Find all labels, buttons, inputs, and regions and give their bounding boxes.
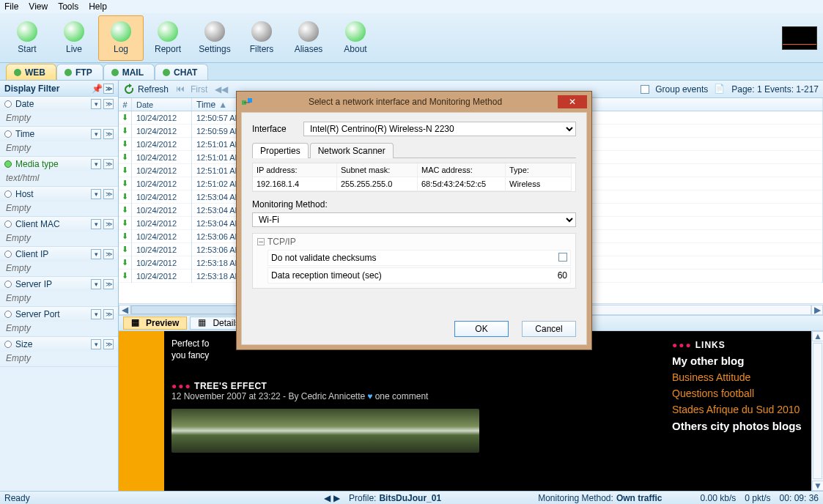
blog-title-2: Others city photos blogs bbox=[672, 420, 813, 432]
web-tab-label: WEB bbox=[25, 67, 45, 78]
properties-grid: IP address: Subnet mask: MAC address: Ty… bbox=[252, 163, 576, 192]
down-arrow-icon: ⬇ bbox=[122, 218, 128, 228]
dialog-titlebar[interactable]: Select a network interface and Monitorin… bbox=[237, 92, 591, 112]
filter-size-menu-icon[interactable]: ▾ bbox=[91, 339, 101, 349]
preview-link[interactable]: Business Attitude bbox=[672, 371, 813, 383]
refresh-label: Refresh bbox=[138, 84, 169, 94]
tab-ftp[interactable]: FTP bbox=[56, 64, 103, 80]
preview-v-scrollbar[interactable]: ▲ ▼ bbox=[811, 331, 823, 491]
mask-header: Subnet mask: bbox=[337, 163, 418, 177]
tab-chat[interactable]: CHAT bbox=[155, 64, 208, 80]
tcp-checksum-checkbox[interactable] bbox=[558, 253, 567, 262]
menu-file[interactable]: File bbox=[4, 1, 18, 12]
menu-help[interactable]: Help bbox=[89, 1, 107, 12]
filter-time-header[interactable]: Time ▾≫ bbox=[0, 127, 118, 141]
close-button[interactable]: ✕ bbox=[558, 95, 587, 108]
ok-button[interactable]: OK bbox=[454, 321, 509, 337]
down-arrow-icon: ⬇ bbox=[122, 126, 128, 136]
mm-select[interactable]: Wi-Fi bbox=[252, 212, 576, 227]
start-button[interactable]: Start bbox=[4, 15, 50, 61]
filter-media-menu-icon[interactable]: ▾ bbox=[91, 159, 101, 169]
filter-time-expand-icon[interactable]: ≫ bbox=[103, 129, 114, 139]
filter-cip-toggle-icon[interactable] bbox=[4, 251, 12, 258]
filter-media-expand-icon[interactable]: ≫ bbox=[103, 159, 114, 169]
group-events-checkbox[interactable] bbox=[641, 85, 649, 94]
preview-link[interactable]: Questions football bbox=[672, 388, 813, 399]
sidebar-collapse-icon[interactable]: ≫ bbox=[103, 84, 114, 94]
filter-size-label: Size bbox=[15, 339, 32, 349]
preview-link[interactable]: Stades Afrique du Sud 2010 bbox=[672, 404, 813, 415]
collapse-icon[interactable]: − bbox=[257, 238, 265, 245]
log-button[interactable]: Log bbox=[98, 15, 144, 61]
lowtab-preview[interactable]: ▦Preview bbox=[123, 316, 187, 330]
filter-cmac-toggle-icon[interactable] bbox=[4, 220, 12, 228]
filter-sip-header[interactable]: Server IP ▾≫ bbox=[0, 277, 118, 292]
filter-host-header[interactable]: Host ▾≫ bbox=[0, 187, 118, 201]
filter-cip-header[interactable]: Client IP ▾≫ bbox=[0, 247, 118, 262]
filter-sip-menu-icon[interactable]: ▾ bbox=[91, 279, 101, 289]
report-button[interactable]: Report bbox=[145, 15, 191, 61]
pin-icon[interactable]: 📌 bbox=[92, 84, 100, 92]
col-num[interactable]: # bbox=[119, 98, 132, 111]
filter-media-header[interactable]: Media type ▾≫ bbox=[0, 157, 118, 171]
refresh-button[interactable]: Refresh bbox=[123, 84, 169, 95]
tab-web[interactable]: WEB bbox=[6, 64, 56, 80]
tcp-fieldset: −TCP/IP Do not validate checksums Data r… bbox=[252, 233, 576, 289]
filter-date-menu-icon[interactable]: ▾ bbox=[91, 99, 101, 109]
about-icon bbox=[345, 21, 366, 42]
tab-network-scanner[interactable]: Network Scanner bbox=[310, 143, 394, 158]
scroll-right-icon[interactable]: ▶ bbox=[811, 305, 823, 315]
filter-time-menu-icon[interactable]: ▾ bbox=[91, 129, 101, 139]
tab-properties[interactable]: Properties bbox=[252, 143, 309, 158]
filter-size-header[interactable]: Size ▾≫ bbox=[0, 337, 118, 352]
filter-sport-expand-icon[interactable]: ≫ bbox=[103, 309, 114, 319]
filter-host-toggle-icon[interactable] bbox=[4, 190, 12, 198]
scroll-up-icon[interactable]: ▲ bbox=[812, 331, 823, 341]
live-button[interactable]: Live bbox=[51, 15, 97, 61]
filter-cmac-menu-icon[interactable]: ▾ bbox=[91, 219, 101, 229]
preview-pane: Perfect foyou fancy ●●● TREE'S EFFECT 12… bbox=[119, 331, 823, 491]
filter-time-label: Time bbox=[15, 129, 34, 139]
next-profile-icon[interactable]: ▶ bbox=[333, 493, 340, 503]
filter-cip-menu-icon[interactable]: ▾ bbox=[91, 249, 101, 259]
tab-mail[interactable]: MAIL bbox=[103, 64, 155, 80]
scroll-left-icon[interactable]: ◀ bbox=[119, 305, 130, 315]
scroll-down-icon[interactable]: ▼ bbox=[812, 481, 823, 491]
down-arrow-icon: ⬇ bbox=[122, 166, 128, 175]
first-button[interactable]: ⏮ First bbox=[176, 84, 207, 95]
filter-cmac-header[interactable]: Client MAC ▾≫ bbox=[0, 217, 118, 231]
filter-sport-value: Empty bbox=[0, 322, 118, 336]
status-ready: Ready bbox=[4, 493, 30, 503]
filter-sport-header[interactable]: Server Port ▾≫ bbox=[0, 307, 118, 322]
prev-profile-icon[interactable]: ◀ bbox=[324, 493, 331, 503]
filter-date-expand-icon[interactable]: ≫ bbox=[103, 99, 114, 109]
aliases-button[interactable]: Aliases bbox=[286, 15, 331, 61]
filters-button[interactable]: Filters bbox=[239, 15, 284, 61]
filter-cip-expand-icon[interactable]: ≫ bbox=[103, 249, 114, 259]
filter-sip-toggle-icon[interactable] bbox=[4, 281, 12, 288]
filter-sip-expand-icon[interactable]: ≫ bbox=[103, 279, 114, 289]
tcp-timeout-value[interactable]: 60 bbox=[558, 270, 567, 281]
col-date[interactable]: Date bbox=[132, 98, 192, 111]
menu-tools[interactable]: Tools bbox=[58, 1, 78, 12]
mail-tab-label: MAIL bbox=[122, 67, 144, 78]
filter-date-header[interactable]: Date ▾≫ bbox=[0, 97, 118, 111]
cancel-button[interactable]: Cancel bbox=[522, 321, 576, 337]
menu-view[interactable]: View bbox=[29, 1, 48, 12]
status-rate: 0.00 kb/s bbox=[701, 493, 737, 503]
filter-media-toggle-icon[interactable] bbox=[4, 160, 12, 168]
filter-date-toggle-icon[interactable] bbox=[4, 100, 12, 108]
filter-sport-toggle-icon[interactable] bbox=[4, 311, 12, 318]
filter-time-toggle-icon[interactable] bbox=[4, 130, 12, 138]
settings-button[interactable]: Settings bbox=[192, 15, 237, 61]
about-button[interactable]: About bbox=[333, 15, 378, 61]
filter-size-expand-icon[interactable]: ≫ bbox=[103, 339, 114, 349]
filter-cmac-expand-icon[interactable]: ≫ bbox=[103, 219, 114, 229]
filter-host-menu-icon[interactable]: ▾ bbox=[91, 189, 101, 199]
interface-select[interactable]: Intel(R) Centrino(R) Wireless-N 2230 bbox=[303, 122, 576, 136]
prev-button[interactable]: ◀◀ bbox=[215, 84, 228, 94]
filter-sport-menu-icon[interactable]: ▾ bbox=[91, 309, 101, 319]
filter-host-expand-icon[interactable]: ≫ bbox=[103, 189, 114, 199]
filter-size-toggle-icon[interactable] bbox=[4, 341, 12, 348]
aliases-label: Aliases bbox=[295, 44, 323, 54]
